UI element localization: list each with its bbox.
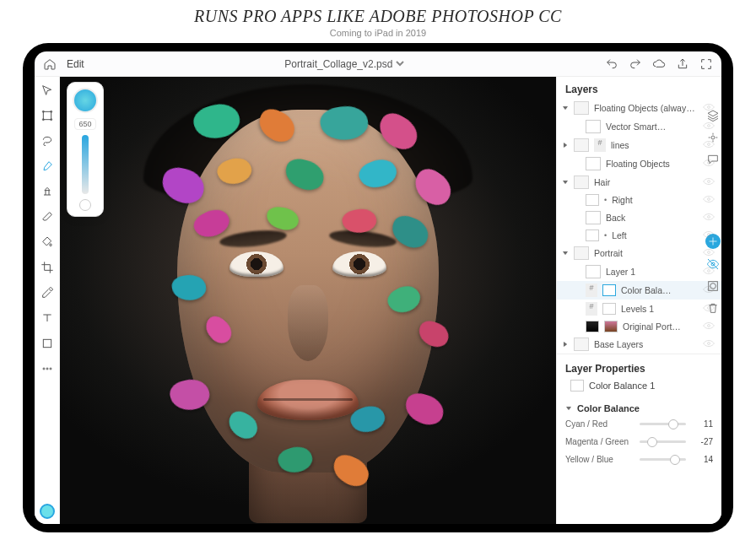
marketing-headline: RUNS PRO APPS LIKE ADOBE PHOTOSHOP CC [0,7,756,26]
svg-point-8 [50,368,51,370]
layer-thumb [586,194,599,206]
layer-thumb [604,321,618,332]
color-balance-slider[interactable]: Cyan / Red11 [565,415,713,433]
brush-settings-popover[interactable]: 650 [67,82,104,217]
brush-opacity-knob[interactable] [79,199,91,211]
chevron-down-icon[interactable] [396,58,404,70]
link-icon: • [604,196,607,204]
layer-name: lines [611,140,698,150]
layer-row[interactable]: #Color Bala… [557,281,721,300]
lasso-tool-icon[interactable] [39,132,56,149]
selected-layer-name: Color Balance 1 [589,381,655,391]
redo-icon[interactable] [629,57,642,71]
visibility-icon[interactable] [703,177,715,187]
edit-menu[interactable]: Edit [67,58,84,70]
slider-knob[interactable] [647,437,657,447]
svg-point-9 [711,136,715,139]
clone-stamp-icon[interactable] [39,183,56,200]
home-icon[interactable] [43,57,57,71]
layer-list[interactable]: Floating Objects (alway…Vector Smart…#li… [557,99,721,354]
layer-row[interactable]: Floating Objects [557,154,721,173]
canvas[interactable] [60,77,556,524]
layer-name: Levels 1 [621,304,698,314]
fx-badge: # [594,138,606,152]
foreground-color-swatch[interactable] [40,504,55,519]
visibility-icon[interactable] [703,304,715,314]
slider-knob[interactable] [670,455,680,465]
brush-tool-icon[interactable] [39,158,56,175]
layer-row[interactable]: Base Layers [557,335,721,354]
slider-track[interactable] [640,423,686,425]
layer-row[interactable]: •Left [557,227,721,244]
visibility-icon[interactable] [703,230,715,240]
layer-thumb [586,211,601,224]
visibility-icon[interactable] [703,267,715,277]
visibility-icon[interactable] [703,195,715,205]
layer-row[interactable]: Layer 1 [557,262,721,281]
visibility-icon[interactable] [703,285,715,295]
fx-badge: # [586,284,597,297]
layer-thumb [574,338,589,351]
move-tool-icon[interactable] [39,82,56,99]
layer-row[interactable]: Vector Smart… [557,117,721,136]
slider-label: Yellow / Blue [565,455,633,464]
slider-track[interactable] [640,458,686,461]
svg-point-23 [708,289,710,291]
visibility-icon[interactable] [703,140,715,150]
visibility-icon[interactable] [703,339,715,349]
document-title[interactable]: Portrait_Collage_v2.psd [284,58,392,70]
layer-row[interactable]: Portrait [557,244,721,262]
brush-size-value[interactable]: 650 [74,118,95,130]
shape-tool-icon[interactable] [39,335,56,352]
layer-thumb [586,230,599,241]
svg-rect-0 [43,111,51,119]
visibility-icon[interactable] [703,321,715,332]
visibility-icon[interactable] [703,248,715,258]
disclosure-icon[interactable] [562,142,569,148]
svg-point-25 [708,325,710,327]
fill-tool-icon[interactable] [39,234,56,251]
visibility-icon[interactable] [703,159,715,169]
layer-name: Right [612,195,698,205]
layer-row[interactable]: #lines [557,136,721,154]
app-screen: Edit Portrait_Collage_v2.psd [35,51,721,524]
layer-row[interactable]: #Levels 1 [557,300,721,318]
svg-point-17 [708,181,710,183]
eyedropper-tool-icon[interactable] [39,284,56,301]
layer-row[interactable]: •Right [557,192,721,208]
type-tool-icon[interactable] [39,310,56,327]
undo-icon[interactable] [605,57,618,71]
more-tools-icon[interactable] [39,360,56,377]
paint-fragment [402,391,447,429]
svg-point-21 [708,251,710,254]
layer-row[interactable]: Hair [557,173,721,192]
visibility-icon[interactable] [703,122,715,132]
slider-track[interactable] [640,440,686,443]
transform-tool-icon[interactable] [39,107,56,124]
cloud-sync-icon[interactable] [652,57,666,71]
layer-row[interactable]: Back [557,208,721,227]
slider-value: 11 [693,419,713,429]
share-icon[interactable] [676,57,689,71]
ipad-frame: Edit Portrait_Collage_v2.psd [23,43,733,532]
layer-row[interactable]: Original Port… [557,318,721,335]
fullscreen-icon[interactable] [699,57,713,71]
disclosure-icon[interactable] [565,404,572,413]
visibility-icon[interactable] [703,103,715,113]
color-balance-slider[interactable]: Yellow / Blue14 [565,451,713,468]
layer-name: Floating Objects (alway… [594,103,698,113]
slider-knob[interactable] [668,419,678,429]
color-balance-slider[interactable]: Magenta / Green-27 [565,433,713,451]
disclosure-icon[interactable] [562,105,569,111]
visibility-icon[interactable] [703,213,715,223]
layer-thumb [602,303,616,315]
disclosure-icon[interactable] [562,179,569,186]
disclosure-icon[interactable] [562,250,569,256]
crop-tool-icon[interactable] [39,259,56,276]
disclosure-icon[interactable] [562,341,569,348]
brush-hardness-slider[interactable] [82,135,89,194]
layer-thumb [586,321,599,332]
layer-row[interactable]: Floating Objects (alway… [557,99,721,117]
layer-thumb [574,101,589,115]
eraser-tool-icon[interactable] [39,208,56,225]
